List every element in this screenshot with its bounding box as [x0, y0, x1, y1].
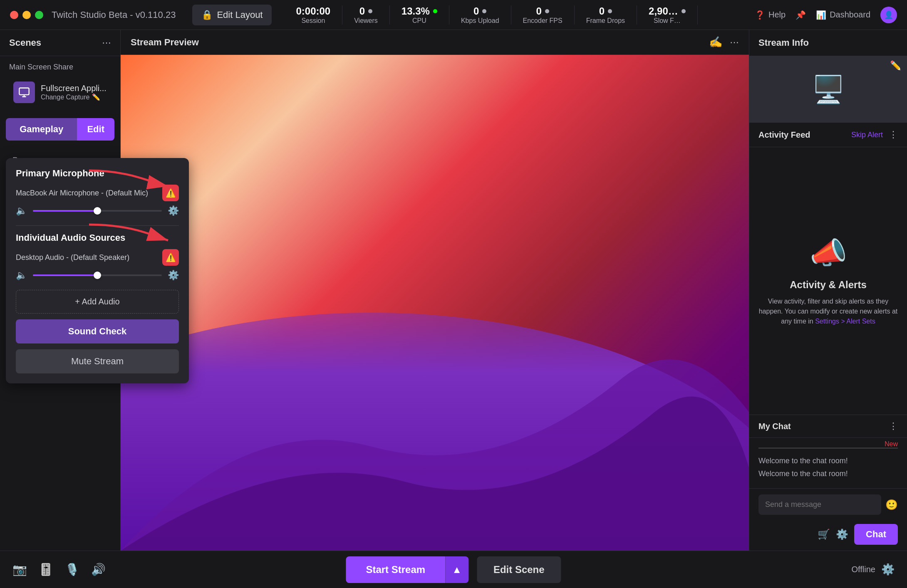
settings-gear-icon[interactable]: ⚙️ — [881, 563, 895, 576]
scene-item-sub: Change Capture ✏️ — [41, 93, 107, 101]
desktop-audio-warning-badge[interactable]: ⚠️ — [162, 249, 179, 266]
chat-messages: Welcome to the chat room! Welcome to the… — [749, 451, 907, 488]
activity-feed-content: 📣 Activity & Alerts View activity, filte… — [749, 147, 907, 415]
skip-alert-button[interactable]: Skip Alert — [851, 131, 883, 139]
maximize-button[interactable] — [35, 11, 43, 19]
scene-info: Fullscreen Appli... Change Capture ✏️ — [41, 84, 107, 101]
more-icon[interactable]: ⋯ — [730, 37, 739, 48]
app-title: Twitch Studio Beta - v0.110.23 — [52, 10, 176, 20]
audio-divider — [16, 225, 179, 226]
desktop-audio-settings-icon[interactable]: ⚙️ — [168, 270, 179, 281]
cart-icon[interactable]: 🛒 — [818, 529, 830, 540]
new-label: New — [749, 438, 907, 448]
my-chat-title: My Chat — [758, 422, 791, 431]
chat-settings-icon[interactable]: ⚙️ — [836, 529, 848, 540]
chat-input-row: 🙂 — [749, 488, 907, 521]
desktop-audio-slider-thumb[interactable] — [94, 272, 101, 279]
mute-stream-button[interactable]: Mute Stream — [16, 349, 179, 373]
primary-mic-controls: 🔈 ⚙️ — [16, 205, 179, 216]
stat-kbps-label: Kbps Upload — [461, 17, 499, 25]
mixer-button[interactable]: 🎚️ — [39, 563, 53, 576]
close-button[interactable] — [10, 11, 18, 19]
volume-button[interactable]: 🔊 — [91, 563, 106, 576]
chat-message-1: Welcome to the chat room! — [758, 457, 898, 465]
alert-sets-link[interactable]: Settings > Alert Sets — [815, 318, 875, 325]
pin-button[interactable]: 📌 — [795, 10, 806, 20]
stream-preview-header: Stream Preview ✍️ ⋯ — [121, 30, 749, 55]
right-panel: Stream Info 🖥️ ✏️ Activity Feed Skip Ale… — [749, 30, 907, 551]
stat-cpu-value: 13.3% — [401, 5, 437, 17]
megaphone-icon: 📣 — [810, 235, 847, 271]
offline-label: Offline — [852, 565, 875, 574]
edit-layout-button[interactable]: 🔒 Edit Layout — [192, 5, 272, 25]
stat-session: 0:00:00 Session — [284, 5, 342, 25]
new-divider — [758, 448, 898, 448]
bottom-center: Start Stream ▲ Edit Scene — [346, 556, 561, 583]
chat-input[interactable] — [758, 494, 881, 515]
titlebar-right: ❓ Help 📌 📊 Dashboard 👤 — [755, 7, 897, 23]
primary-mic-slider-track[interactable] — [33, 210, 162, 212]
center-content: Stream Preview ✍️ ⋯ — [121, 30, 749, 551]
svg-rect-0 — [19, 88, 29, 95]
bottom-right: Offline ⚙️ — [852, 563, 895, 576]
stat-slow-label: Slow F… — [654, 17, 681, 25]
desktop-audio-controls: 🔈 ⚙️ — [16, 270, 179, 281]
stat-session-value: 0:00:00 — [296, 5, 330, 17]
start-stream-button[interactable]: Start Stream — [346, 556, 445, 583]
minimize-button[interactable] — [22, 11, 31, 19]
edit-scene-button[interactable]: Edit Scene — [477, 556, 561, 583]
primary-mic-slider-thumb[interactable] — [94, 207, 101, 215]
primary-mic-warning-badge[interactable]: ⚠️ — [162, 185, 179, 201]
scene-item[interactable]: Fullscreen Appli... Change Capture ✏️ — [9, 77, 111, 107]
stat-slow: 2,90… Slow F… — [637, 5, 698, 25]
scene-item-title: Fullscreen Appli... — [41, 84, 107, 93]
stat-session-label: Session — [301, 17, 325, 25]
desktop-audio-slider-fill — [33, 274, 97, 276]
avatar[interactable]: 👤 — [880, 7, 897, 23]
activity-alerts-desc: View activity, filter and skip alerts as… — [758, 296, 899, 326]
thumbnail-edit-icon[interactable]: ✏️ — [890, 60, 901, 71]
camera-button[interactable]: 📷 — [12, 563, 27, 576]
chat-button[interactable]: Chat — [854, 524, 898, 545]
activity-header: Activity Feed Skip Alert ⋮ — [749, 123, 907, 147]
stat-viewers-value: 0 — [359, 5, 372, 17]
activity-alerts-title: Activity & Alerts — [790, 279, 867, 291]
thumbnail-placeholder-icon: 🖥️ — [812, 74, 845, 105]
stream-chevron-button[interactable]: ▲ — [445, 556, 468, 583]
desktop-audio-vol-icon[interactable]: 🔈 — [16, 270, 27, 281]
signature-icon[interactable]: ✍️ — [709, 36, 722, 49]
stat-viewers-label: Viewers — [354, 17, 378, 25]
sound-check-button[interactable]: Sound Check — [16, 319, 179, 343]
my-chat-menu-icon[interactable]: ⋮ — [889, 421, 898, 432]
bottom-left: 📷 🎚️ 🎙️ 🔊 — [12, 563, 106, 576]
emoji-button[interactable]: 🙂 — [885, 499, 898, 511]
stream-info-header: Stream Info — [749, 30, 907, 56]
stat-fps-value: 0 — [536, 5, 549, 17]
scenes-menu-icon[interactable]: ⋯ — [102, 37, 111, 48]
activity-feed-title: Activity Feed — [758, 130, 810, 140]
activity-menu-icon[interactable]: ⋮ — [889, 129, 898, 140]
lock-icon: 🔒 — [201, 10, 213, 20]
help-button[interactable]: ❓ Help — [755, 10, 786, 20]
primary-mic-title: Primary Microphone — [16, 168, 179, 179]
stat-framedrops-value: 0 — [599, 5, 612, 17]
bottom-bar: 📷 🎚️ 🎙️ 🔊 Start Stream ▲ Edit Scene Offl… — [0, 551, 907, 588]
chat-message-2: Welcome to the chat room! — [758, 469, 898, 478]
primary-mic-vol-icon[interactable]: 🔈 — [16, 205, 27, 216]
stat-kbps-value: 0 — [473, 5, 486, 17]
sidebar-header: Scenes ⋯ — [0, 30, 120, 56]
mic-button[interactable]: 🎙️ — [65, 563, 79, 576]
add-audio-button[interactable]: + Add Audio — [16, 290, 179, 314]
scene-section: Main Screen Share Fullscreen Appli... Ch… — [0, 56, 120, 114]
desktop-audio-slider-track[interactable] — [33, 274, 162, 276]
dashboard-button[interactable]: 📊 Dashboard — [816, 10, 870, 20]
stat-slow-value: 2,90… — [649, 5, 686, 17]
chevron-up-icon: ▲ — [452, 564, 462, 575]
primary-mic-settings-icon[interactable]: ⚙️ — [168, 205, 179, 216]
scenes-title: Scenes — [9, 37, 41, 48]
edit-button[interactable]: Edit — [77, 118, 114, 141]
stream-thumbnail: 🖥️ ✏️ — [749, 56, 907, 123]
gameplay-button[interactable]: Gameplay — [6, 118, 77, 141]
preview-wave — [121, 253, 749, 551]
stat-fps-label: Encoder FPS — [523, 17, 563, 25]
